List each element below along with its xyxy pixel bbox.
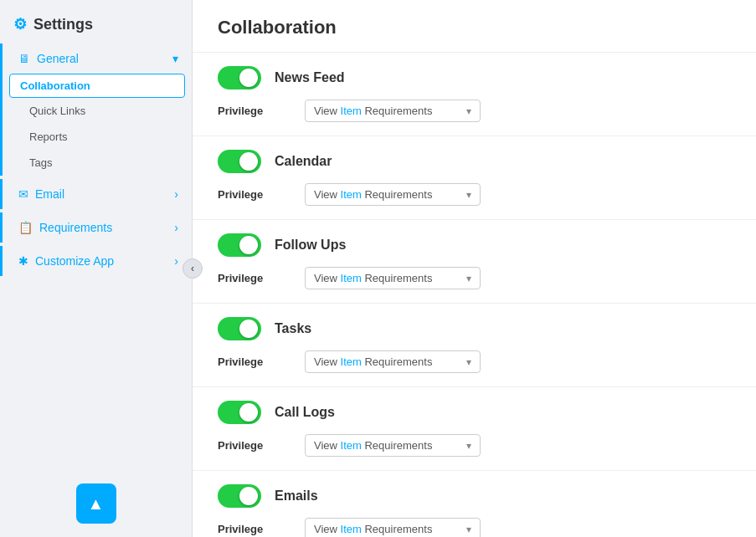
- select-arrow-icon-emails: ▾: [466, 524, 471, 535]
- main-content: Collaboration News FeedPrivilegeView Ite…: [193, 0, 756, 537]
- toggle-news-feed[interactable]: [218, 66, 261, 90]
- sidebar: ⚙ Settings 🖥 General ▾ Collaboration Qui…: [0, 0, 193, 537]
- privilege-select-calendar[interactable]: View Item Requirements▾: [305, 183, 481, 206]
- privilege-label-news-feed: Privilege: [218, 105, 285, 117]
- page-title: Collaboration: [193, 0, 756, 53]
- privilege-label-calendar: Privilege: [218, 188, 285, 201]
- privilege-row-call-logs: PrivilegeView Item Requirements▾: [218, 434, 731, 457]
- sidebar-item-tags[interactable]: Tags: [3, 150, 192, 176]
- privilege-text-tasks: View Item Requirements: [314, 355, 432, 368]
- section-call-logs: Call LogsPrivilegeView Item Requirements…: [193, 387, 756, 471]
- privilege-select-emails[interactable]: View Item Requirements▾: [305, 518, 481, 537]
- section-title-emails: Emails: [275, 488, 318, 504]
- toggle-emails[interactable]: [218, 484, 261, 508]
- section-title-row-call-logs: Call Logs: [218, 401, 731, 424]
- privilege-select-tasks[interactable]: View Item Requirements▾: [305, 350, 481, 373]
- toggle-follow-ups[interactable]: [218, 233, 261, 257]
- sidebar-item-quick-links[interactable]: Quick Links: [3, 98, 192, 124]
- sidebar-item-requirements-label: Requirements: [39, 221, 112, 234]
- sidebar-item-general-label: General: [37, 52, 79, 65]
- toggle-tasks[interactable]: [218, 317, 261, 340]
- toggle-calendar[interactable]: [218, 150, 261, 173]
- privilege-select-news-feed[interactable]: View Item Requirements▾: [305, 100, 481, 122]
- privilege-label-call-logs: Privilege: [218, 439, 285, 452]
- requirements-icon: 📋: [18, 221, 33, 234]
- settings-gear-icon: ⚙: [13, 15, 27, 33]
- section-title-calendar: Calendar: [275, 154, 332, 169]
- collapse-sidebar-button[interactable]: ▲: [76, 483, 116, 524]
- left-arrow-icon: ‹: [191, 263, 194, 274]
- privilege-row-calendar: PrivilegeView Item Requirements▾: [218, 183, 731, 206]
- section-follow-ups: Follow UpsPrivilegeView Item Requirement…: [193, 220, 756, 304]
- monitor-icon: 🖥: [18, 52, 30, 65]
- chevron-right-icon-customize: ›: [174, 254, 178, 268]
- sidebar-group-customize: ✱ Customize App ›: [0, 246, 192, 276]
- section-title-news-feed: News Feed: [275, 70, 345, 85]
- select-arrow-icon-calendar: ▾: [466, 189, 471, 201]
- toggle-call-logs[interactable]: [218, 401, 261, 424]
- section-tasks: TasksPrivilegeView Item Requirements▾: [193, 304, 756, 387]
- sidebar-item-email-label: Email: [35, 187, 64, 201]
- sidebar-item-collaboration[interactable]: Collaboration: [9, 74, 185, 98]
- section-title-row-emails: Emails: [218, 484, 731, 508]
- sidebar-collapse-arrow[interactable]: ‹: [183, 258, 203, 279]
- settings-title: Settings: [33, 16, 93, 33]
- privilege-select-follow-ups[interactable]: View Item Requirements▾: [305, 267, 481, 289]
- section-title-tasks: Tasks: [275, 321, 311, 336]
- select-arrow-icon-follow-ups: ▾: [466, 273, 471, 284]
- section-title-call-logs: Call Logs: [275, 405, 335, 420]
- section-calendar: CalendarPrivilegeView Item Requirements▾: [193, 136, 756, 220]
- privilege-text-calendar: View Item Requirements: [314, 188, 432, 201]
- customize-icon: ✱: [18, 254, 28, 268]
- sidebar-item-customize-label: Customize App: [35, 254, 114, 268]
- email-icon: ✉: [18, 187, 28, 201]
- section-news-feed: News FeedPrivilegeView Item Requirements…: [193, 53, 756, 136]
- privilege-row-follow-ups: PrivilegeView Item Requirements▾: [218, 267, 731, 289]
- privilege-text-news-feed: View Item Requirements: [314, 105, 432, 117]
- privilege-label-follow-ups: Privilege: [218, 272, 285, 284]
- select-arrow-icon-call-logs: ▾: [466, 440, 471, 452]
- section-title-row-tasks: Tasks: [218, 317, 731, 340]
- privilege-text-follow-ups: View Item Requirements: [314, 272, 432, 284]
- privilege-label-emails: Privilege: [218, 523, 285, 535]
- settings-header: ⚙ Settings: [0, 0, 192, 43]
- select-arrow-icon-news-feed: ▾: [466, 105, 471, 117]
- privilege-text-call-logs: View Item Requirements: [314, 439, 432, 452]
- privilege-row-emails: PrivilegeView Item Requirements▾: [218, 518, 731, 537]
- sidebar-item-email[interactable]: ✉ Email ›: [3, 179, 192, 209]
- chevron-right-icon-requirements: ›: [174, 221, 178, 234]
- section-title-follow-ups: Follow Ups: [275, 238, 346, 253]
- section-title-row-follow-ups: Follow Ups: [218, 233, 731, 257]
- privilege-label-tasks: Privilege: [218, 355, 285, 368]
- sidebar-group-requirements: 📋 Requirements ›: [0, 212, 192, 243]
- privilege-select-call-logs[interactable]: View Item Requirements▾: [305, 434, 481, 457]
- sidebar-item-customize[interactable]: ✱ Customize App ›: [3, 246, 192, 276]
- privilege-row-news-feed: PrivilegeView Item Requirements▾: [218, 100, 731, 122]
- sidebar-item-general[interactable]: 🖥 General ▾: [3, 43, 192, 74]
- select-arrow-icon-tasks: ▾: [466, 356, 471, 368]
- section-emails: EmailsPrivilegeView Item Requirements▾In…: [193, 471, 756, 537]
- collapse-arrow-icon: ▲: [88, 494, 105, 514]
- section-title-row-news-feed: News Feed: [218, 66, 731, 90]
- privilege-row-tasks: PrivilegeView Item Requirements▾: [218, 350, 731, 373]
- sidebar-item-requirements[interactable]: 📋 Requirements ›: [3, 212, 192, 243]
- sections-container: News FeedPrivilegeView Item Requirements…: [193, 53, 756, 537]
- section-title-row-calendar: Calendar: [218, 150, 731, 173]
- sidebar-group-general: 🖥 General ▾ Collaboration Quick Links Re…: [0, 43, 192, 176]
- privilege-text-emails: View Item Requirements: [314, 523, 432, 535]
- chevron-right-icon-email: ›: [174, 187, 178, 201]
- sidebar-group-email: ✉ Email ›: [0, 179, 192, 209]
- sidebar-item-reports[interactable]: Reports: [3, 124, 192, 150]
- chevron-down-icon: ▾: [172, 52, 178, 65]
